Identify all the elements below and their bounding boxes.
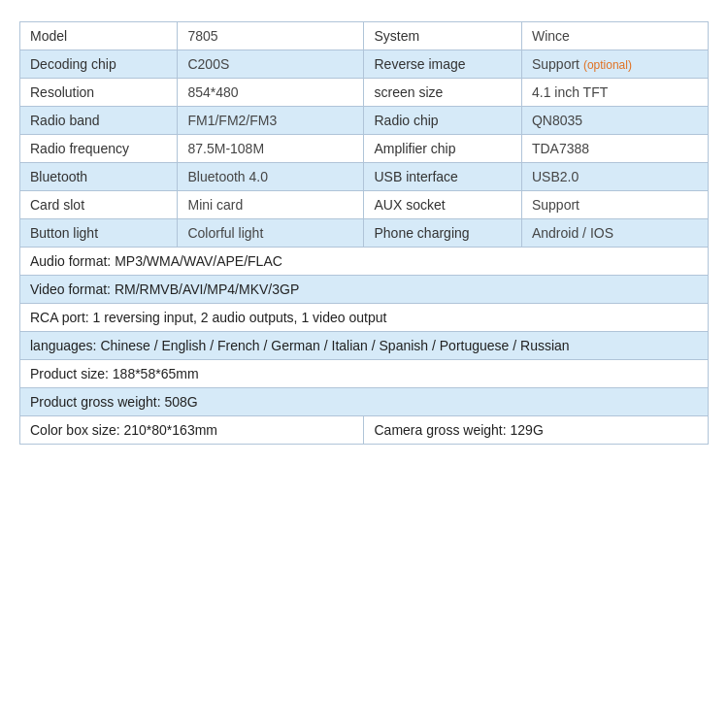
- row-value-0-1: 7805: [178, 22, 364, 50]
- row-label-1-2: Reverse image: [364, 50, 521, 79]
- info-row-3: languages: Chinese / English / French / …: [20, 332, 709, 360]
- row-label-0-2: System: [364, 22, 521, 50]
- row-label-6-2: AUX socket: [364, 191, 521, 219]
- row-value-2-2: 4.1 inch TFT: [521, 79, 708, 107]
- row-value-0-2: Wince: [521, 22, 708, 50]
- row-value-2-1: 854*480: [178, 79, 364, 107]
- row-label-7-1: Button light: [20, 219, 178, 248]
- row-label-7-2: Phone charging: [364, 219, 521, 248]
- row-value-6-1: Mini card: [178, 191, 364, 219]
- row-value-7-2: Android / IOS: [521, 219, 708, 248]
- row-label-4-1: Radio frequency: [20, 135, 178, 163]
- row-label-1-1: Decoding chip: [20, 50, 178, 79]
- row-value-6-2: Support: [521, 191, 708, 219]
- last-row-col2: Camera gross weight: 129G: [364, 416, 709, 445]
- info-row-0: Audio format: MP3/WMA/WAV/APE/FLAC: [20, 248, 709, 276]
- row-label-4-2: Amplifier chip: [364, 135, 521, 163]
- row-value-4-1: 87.5M-108M: [178, 135, 364, 163]
- row-value-3-2: QN8035: [521, 107, 708, 135]
- row-value-1-1: C200S: [178, 50, 364, 79]
- row-label-5-2: USB interface: [364, 163, 521, 191]
- row-value-1-2: Support (optional): [521, 50, 708, 79]
- row-value-7-1: Colorful light: [178, 219, 364, 248]
- row-label-5-1: Bluetooth: [20, 163, 178, 191]
- row-label-2-1: Resolution: [20, 79, 178, 107]
- info-row-1: Video format: RM/RMVB/AVI/MP4/MKV/3GP: [20, 276, 709, 304]
- row-label-2-2: screen size: [364, 79, 521, 107]
- last-row-col1: Color box size: 210*80*163mm: [20, 416, 364, 445]
- row-value-5-2: USB2.0: [521, 163, 708, 191]
- row-value-3-1: FM1/FM2/FM3: [178, 107, 364, 135]
- row-label-6-1: Card slot: [20, 191, 178, 219]
- parameters-table: Model 7805 System Wince Decoding chip C2…: [19, 21, 709, 445]
- row-label-3-1: Radio band: [20, 107, 178, 135]
- page-wrapper: Model 7805 System Wince Decoding chip C2…: [0, 0, 728, 728]
- row-label-0-1: Model: [20, 22, 178, 50]
- optional-badge: (optional): [583, 58, 632, 72]
- info-row-2: RCA port: 1 reversing input, 2 audio out…: [20, 304, 709, 332]
- row-value-4-2: TDA7388: [521, 135, 708, 163]
- row-value-5-1: Bluetooth 4.0: [178, 163, 364, 191]
- info-row-5: Product gross weight: 508G: [20, 388, 709, 416]
- row-label-3-2: Radio chip: [364, 107, 521, 135]
- info-row-4: Product size: 188*58*65mm: [20, 360, 709, 388]
